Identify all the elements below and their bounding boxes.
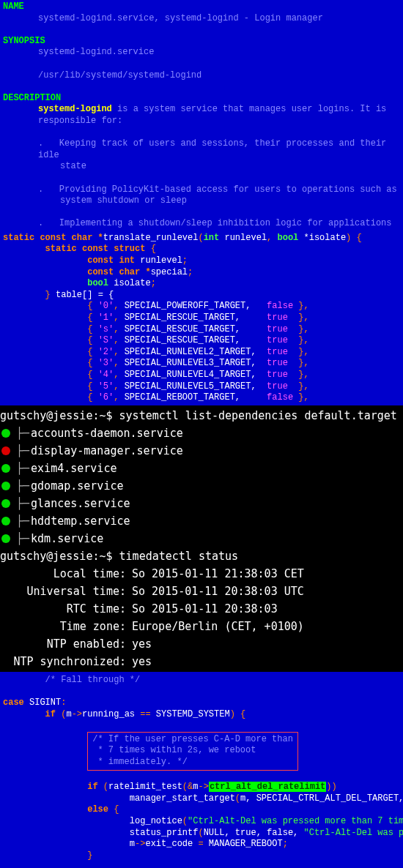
- service-item: ├─display-manager.service: [0, 442, 403, 460]
- status-dot-green: [1, 517, 10, 525]
- name-header: NAME: [3, 1, 400, 13]
- command-1: systemctl list-dependencies default.targ…: [119, 409, 397, 422]
- manpage-section: NAME systemd-logind.service, systemd-log…: [0, 0, 403, 231]
- command-2: timedatectl status: [119, 550, 239, 563]
- service-item: ├─exim4.service: [0, 460, 403, 477]
- status-dot-green: [1, 482, 10, 490]
- service-item: ├─accounts-daemon.service: [0, 424, 403, 442]
- status-row: NTP synchronized:yes: [0, 653, 403, 670]
- status-dot-red: [1, 446, 10, 455]
- service-item: ├─kdm.service: [0, 530, 403, 547]
- highlighted-comment-box: /* If the user presses C-A-D more than *…: [87, 732, 298, 771]
- status-dot-green: [1, 464, 10, 473]
- description-keyword: systemd-logind: [38, 104, 112, 114]
- service-item: ├─glances.service: [0, 495, 403, 512]
- bullet-3: . Implementing a shutdown/sleep inhibiti…: [3, 218, 400, 230]
- code-block-sigint: /* Fall through */ case SIGINT: if (m->r…: [0, 672, 403, 868]
- bullet-2: . Providing PolicyKit-based access for u…: [3, 184, 400, 196]
- name-line: systemd-logind.service, systemd-logind -…: [3, 13, 400, 25]
- status-dot-green: [1, 429, 10, 438]
- synopsis-line-2: /usr/lib/systemd/systemd-logind: [3, 70, 400, 82]
- status-row: Local time:So 2015-01-11 21:38:03 CET: [0, 565, 403, 583]
- prompt-line-1: gutschy@jessie:~$ systemctl list-depende…: [0, 407, 403, 424]
- description-line: systemd-logind is a system service that …: [3, 104, 400, 116]
- service-item: ├─hddtemp.service: [0, 512, 403, 530]
- synopsis-header: SYNOPSIS: [3, 36, 400, 48]
- status-row: NTP enabled:yes: [0, 635, 403, 653]
- status-dot-green: [1, 534, 10, 543]
- status-row: RTC time:So 2015-01-11 20:38:03: [0, 600, 403, 618]
- description-header: DESCRIPTION: [3, 93, 400, 105]
- status-dot-green: [1, 499, 10, 508]
- prompt-line-2: gutschy@jessie:~$ timedatectl status: [0, 547, 403, 565]
- code-block-runlevel: static const char *translate_runlevel(in…: [0, 231, 403, 405]
- service-item: ├─gdomap.service: [0, 477, 403, 495]
- status-row: Time zone:Europe/Berlin (CET, +0100): [0, 618, 403, 635]
- description-line-2: responsible for:: [3, 116, 400, 127]
- terminal-output: gutschy@jessie:~$ systemctl list-depende…: [0, 405, 403, 672]
- highlighted-variable: ctrl_alt_del_ratelimit: [209, 782, 326, 792]
- synopsis-line-1: systemd-logind.service: [3, 47, 400, 59]
- bullet-1: . Keeping track of users and sessions, t…: [3, 138, 400, 161]
- status-row: Universal time:So 2015-01-11 20:38:03 UT…: [0, 583, 403, 600]
